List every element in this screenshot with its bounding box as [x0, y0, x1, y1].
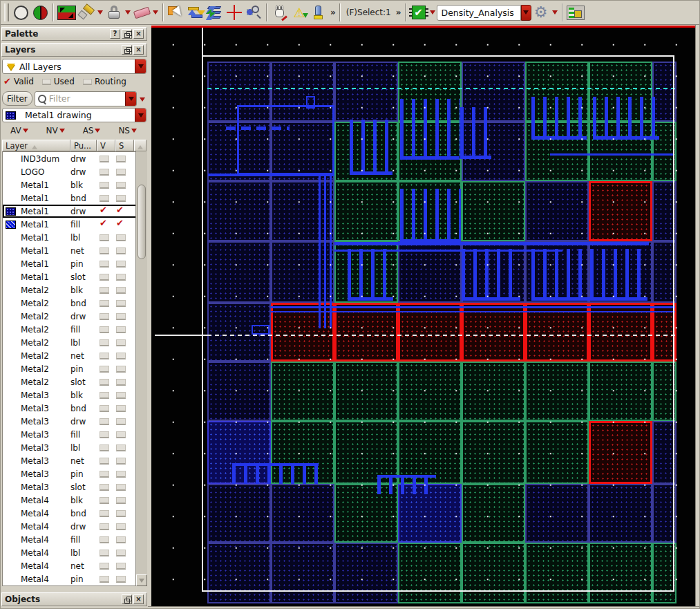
- layer-row[interactable]: Metal4drw: [3, 520, 146, 533]
- selectable-checkbox[interactable]: [116, 563, 126, 570]
- layer-row[interactable]: Metal1blk: [3, 178, 146, 191]
- visibility-checkbox[interactable]: [100, 523, 109, 530]
- analysis-combobox[interactable]: Density_Analysis: [437, 5, 531, 21]
- analysis-combobox-dropdown[interactable]: [521, 5, 531, 21]
- close-button[interactable]: ×: [133, 45, 144, 55]
- descend-levels-button[interactable]: [205, 3, 225, 22]
- vis-button-as[interactable]: AS: [83, 126, 102, 135]
- dropdown-arrow-icon[interactable]: [95, 129, 100, 135]
- selectable-checkbox[interactable]: [116, 195, 126, 202]
- visibility-checkbox[interactable]: [100, 169, 109, 176]
- layer-row[interactable]: IND3dumdrw: [3, 152, 146, 165]
- layer-row[interactable]: Metal3slot: [3, 480, 146, 494]
- layer-row[interactable]: Metal4bnd: [3, 507, 146, 520]
- selectable-checkbox[interactable]: [116, 326, 126, 333]
- visibility-checkbox[interactable]: [100, 550, 109, 556]
- selectable-checkbox[interactable]: [116, 576, 126, 583]
- objects-titlebar[interactable]: Objects ×: [1, 592, 147, 606]
- selectable-checkbox[interactable]: ✔: [116, 220, 126, 229]
- layer-row[interactable]: LOGOdrw: [3, 165, 146, 178]
- selectable-checkbox[interactable]: [116, 182, 126, 189]
- visibility-checkbox[interactable]: [100, 339, 109, 346]
- layer-row[interactable]: Metal4pin: [3, 572, 146, 585]
- header-visible[interactable]: V: [97, 140, 115, 151]
- header-layer[interactable]: Layer: [2, 140, 70, 151]
- lock-button[interactable]: [104, 3, 124, 22]
- layer-row[interactable]: Metal2pin: [3, 362, 146, 375]
- selectable-checkbox[interactable]: [116, 247, 126, 254]
- toolbar-overflow[interactable]: »: [328, 8, 337, 17]
- selectable-checkbox[interactable]: [116, 156, 126, 162]
- layer-row[interactable]: Metal4blk: [3, 494, 146, 507]
- layout-canvas[interactable]: [148, 25, 700, 609]
- visibility-checkbox[interactable]: [100, 274, 109, 281]
- scrollbar-down-button[interactable]: [136, 574, 147, 586]
- layer-row[interactable]: Metal3lbl: [3, 441, 146, 454]
- visibility-checkbox[interactable]: [100, 366, 109, 373]
- layer-row[interactable]: Metal3bnd: [3, 402, 146, 415]
- selectable-checkbox[interactable]: [116, 431, 126, 438]
- visibility-checkbox[interactable]: [100, 444, 109, 451]
- pan-hand-button[interactable]: [270, 3, 290, 22]
- layer-row[interactable]: Metal1pin: [3, 257, 146, 270]
- visibility-checkbox[interactable]: [100, 261, 109, 268]
- selectable-checkbox[interactable]: [116, 366, 126, 373]
- selectable-checkbox[interactable]: [116, 379, 126, 386]
- flag-checkbox-valid[interactable]: ✔Valid: [3, 77, 34, 86]
- zoom-select-button[interactable]: [244, 3, 263, 22]
- selectable-checkbox[interactable]: [116, 313, 126, 320]
- layer-row[interactable]: Metal2fill: [3, 323, 146, 336]
- visibility-checkbox[interactable]: [100, 576, 109, 583]
- visibility-checkbox[interactable]: [100, 287, 109, 294]
- selectable-checkbox[interactable]: [116, 287, 126, 294]
- visibility-checkbox[interactable]: [100, 326, 109, 333]
- selectable-checkbox[interactable]: [116, 169, 126, 176]
- visibility-checkbox[interactable]: [100, 195, 109, 202]
- palette-titlebar[interactable]: Palette ? ×: [1, 27, 147, 41]
- active-layer-dropdown-button[interactable]: [135, 109, 146, 122]
- layer-row[interactable]: Metal4fill: [3, 533, 146, 546]
- dropdown-arrow-icon[interactable]: [23, 129, 28, 135]
- layer-row[interactable]: Metal2net: [3, 349, 146, 362]
- layer-row[interactable]: Metal1net: [3, 244, 146, 257]
- filter-extra-dropdown[interactable]: [140, 97, 145, 104]
- layer-row[interactable]: Metal2blk: [3, 283, 146, 297]
- selectable-checkbox[interactable]: [116, 300, 126, 307]
- selectable-checkbox[interactable]: [116, 510, 126, 517]
- layer-row[interactable]: Metal4lbl: [3, 546, 146, 559]
- visibility-checkbox[interactable]: ✔: [100, 207, 109, 216]
- selectable-checkbox[interactable]: [116, 497, 126, 504]
- layer-row[interactable]: Metal2bnd: [3, 297, 146, 310]
- visibility-checkbox[interactable]: [100, 353, 109, 359]
- selectable-checkbox[interactable]: [116, 536, 126, 543]
- close-button[interactable]: ×: [133, 29, 144, 39]
- eraser-dropdown[interactable]: [153, 10, 158, 17]
- selectable-checkbox[interactable]: [116, 353, 126, 359]
- visibility-checkbox[interactable]: [100, 313, 109, 320]
- selectable-checkbox[interactable]: [116, 523, 126, 530]
- visibility-checkbox[interactable]: [100, 484, 109, 491]
- layer-row[interactable]: Metal2lbl: [3, 336, 146, 349]
- analysis-combobox-value[interactable]: Density_Analysis: [437, 5, 521, 21]
- select-flag-button[interactable]: [167, 3, 186, 22]
- vis-button-ns[interactable]: NS: [118, 126, 138, 135]
- float-window-button[interactable]: [122, 45, 132, 55]
- layer-filter-dropdown-button[interactable]: [135, 59, 146, 73]
- selectable-checkbox[interactable]: [116, 274, 126, 281]
- visibility-checkbox[interactable]: [100, 234, 109, 241]
- visibility-checkbox[interactable]: [100, 300, 109, 307]
- help-button[interactable]: ?: [110, 29, 120, 39]
- layer-row[interactable]: Metal1slot: [3, 270, 146, 283]
- layer-filter-dropdown[interactable]: All Layers: [2, 59, 146, 74]
- layer-row[interactable]: Metal4net: [3, 559, 146, 572]
- layer-row[interactable]: Metal1bnd: [3, 191, 146, 205]
- toolbar-overflow-2[interactable]: »: [394, 8, 402, 17]
- dropdown-arrow-icon[interactable]: [131, 129, 137, 135]
- paintbrush-button[interactable]: [77, 3, 96, 22]
- layer-row[interactable]: Metal3drw: [3, 415, 146, 428]
- lock-dropdown[interactable]: [125, 10, 131, 17]
- visibility-checkbox[interactable]: [100, 247, 109, 254]
- layer-row[interactable]: Metal3net: [3, 454, 146, 467]
- layer-row[interactable]: Metal3blk: [3, 388, 146, 402]
- float-window-button[interactable]: [122, 29, 132, 39]
